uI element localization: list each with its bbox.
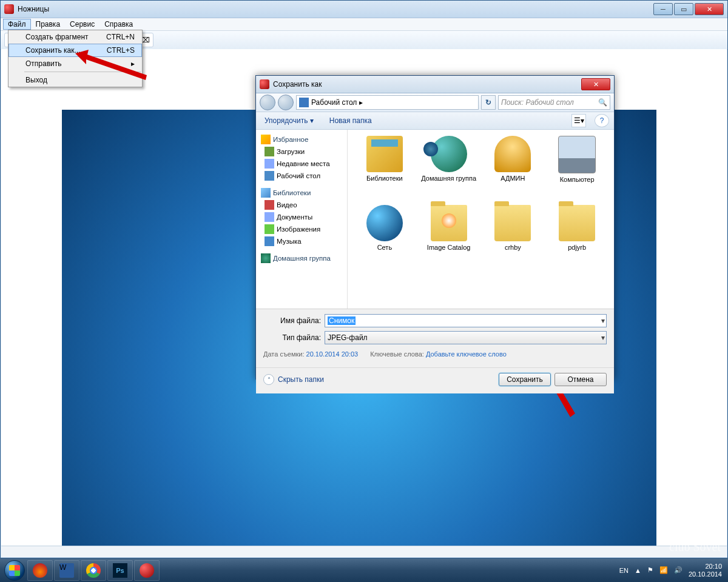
tags-value[interactable]: Добавьте ключевое слово: [426, 350, 507, 358]
nav-back-button[interactable]: [260, 95, 275, 110]
recent-icon: [265, 159, 274, 169]
tree-music[interactable]: Музыка: [256, 235, 347, 247]
user-icon: [494, 136, 531, 172]
search-icon: 🔍: [598, 98, 607, 107]
maximize-button[interactable]: ▭: [674, 3, 693, 15]
clock-date: 20.10.2014: [689, 570, 722, 578]
tree-desktop[interactable]: Рабочий стол: [256, 170, 347, 182]
taskbar-photoshop[interactable]: Ps: [107, 560, 133, 581]
desktop-icon: [299, 98, 309, 107]
tree-downloads[interactable]: Загрузки: [256, 146, 347, 158]
item-libraries[interactable]: Библиотеки: [354, 136, 416, 202]
taskbar-snipping-tool[interactable]: [134, 560, 160, 581]
music-icon: [265, 236, 274, 246]
hide-folders-button[interactable]: ˄ Скрыть папки: [263, 374, 324, 385]
tree-documents[interactable]: Документы: [256, 211, 347, 223]
tray-flag-icon[interactable]: ▲: [635, 567, 641, 574]
titlebar[interactable]: Ножницы ─ ▭ ✕: [1, 1, 727, 18]
libraries-icon: [261, 188, 271, 198]
item-computer[interactable]: Компьютер: [546, 136, 608, 202]
close-button[interactable]: ✕: [695, 3, 724, 15]
dropdown-icon[interactable]: ▾: [601, 316, 605, 325]
taskbar-chrome[interactable]: [81, 560, 106, 581]
filename-label: Имя файла:: [263, 316, 321, 325]
status-bar: [1, 546, 727, 557]
language-indicator[interactable]: EN: [619, 567, 629, 574]
new-folder-button[interactable]: Новая папка: [326, 115, 376, 126]
firefox-icon: [33, 563, 47, 578]
clock-time: 20:10: [689, 563, 722, 570]
clock[interactable]: 20:10 20.10.2014: [689, 563, 722, 578]
dialog-titlebar[interactable]: Сохранить как ✕: [256, 76, 614, 93]
tree-homegroup[interactable]: Домашняя группа: [256, 252, 347, 264]
cancel-button[interactable]: Отмена: [554, 373, 607, 386]
taskbar-firefox[interactable]: [27, 560, 53, 581]
command-bar: Упорядочить ▾ Новая папка ☰▾ ?: [256, 112, 614, 130]
address-bar[interactable]: Рабочий стол ▸: [296, 95, 479, 110]
item-network[interactable]: Сеть: [354, 205, 416, 272]
downloads-icon: [265, 147, 274, 156]
refresh-button[interactable]: ↻: [481, 95, 496, 110]
folder-icon: [559, 205, 595, 241]
item-admin[interactable]: АДМИН: [482, 136, 544, 202]
documents-icon: [265, 212, 274, 222]
minimize-button[interactable]: ─: [653, 3, 673, 15]
images-icon: [265, 224, 274, 234]
window-title: Ножницы: [18, 5, 652, 13]
dropdown-icon[interactable]: ▾: [601, 333, 605, 342]
menu-help[interactable]: Справка: [99, 19, 138, 30]
menu-tools[interactable]: Сервис: [65, 19, 99, 30]
dialog-icon: [260, 79, 269, 89]
dialog-close-button[interactable]: ✕: [581, 78, 610, 90]
filetype-select[interactable]: JPEG-файл▾: [325, 331, 607, 344]
tree-favorites[interactable]: Избранное: [256, 133, 347, 146]
star-icon: [261, 135, 271, 144]
menu-item-accel: CTRL+N: [106, 33, 135, 41]
menu-bar: Файл Правка Сервис Справка: [1, 18, 727, 31]
item-image-catalog[interactable]: Image Catalog: [418, 205, 480, 272]
menu-item-label: Выход: [25, 76, 47, 84]
search-input[interactable]: Поиск: Рабочий стол 🔍: [498, 95, 610, 110]
dialog-title: Сохранить как: [273, 80, 581, 89]
menu-file[interactable]: Файл: [3, 19, 31, 30]
organize-button[interactable]: Упорядочить ▾: [261, 115, 317, 126]
network-icon: [366, 205, 403, 241]
save-button[interactable]: Сохранить: [499, 373, 551, 386]
app-icon: [4, 4, 14, 14]
video-icon: [265, 200, 274, 210]
nav-forward-button[interactable]: [278, 95, 294, 110]
tray-action-center-icon[interactable]: ⚑: [647, 566, 653, 574]
help-button[interactable]: ?: [595, 114, 609, 127]
taskbar-word[interactable]: W: [54, 560, 79, 581]
libraries-icon: [366, 136, 403, 172]
tree-libraries[interactable]: Библиотеки: [256, 187, 347, 199]
menu-item-new[interactable]: Создать фрагмент CTRL+N: [8, 30, 142, 44]
save-as-dialog: Сохранить как ✕ Рабочий стол ▸ ↻ Поиск: …: [255, 75, 615, 380]
item-homegroup[interactable]: Домашняя группа: [418, 136, 480, 202]
save-form: Имя файла: Снимок▾ Тип файла: JPEG-файл▾…: [256, 309, 614, 367]
item-folder-pdjyrb[interactable]: pdjyrb: [546, 205, 608, 272]
start-button[interactable]: [2, 558, 27, 582]
system-tray: EN ▲ ⚑ 📶 🔊 20:10 20.10.2014: [619, 563, 726, 578]
menu-item-label: Создать фрагмент: [25, 33, 89, 41]
filename-input[interactable]: Снимок▾: [325, 314, 607, 327]
view-options-button[interactable]: ☰▾: [571, 114, 586, 127]
menu-edit[interactable]: Правка: [31, 19, 66, 30]
annotation-arrow-icon: [70, 48, 149, 85]
chrome-icon: [86, 563, 101, 578]
tray-network-icon[interactable]: 📶: [659, 566, 668, 574]
windows-orb-icon: [4, 560, 25, 581]
item-folder-crhby[interactable]: crhby: [482, 205, 544, 272]
date-taken-value[interactable]: 20.10.2014 20:03: [306, 350, 359, 358]
nav-tree: Избранное Загрузки Недавние места Рабочи…: [256, 130, 348, 309]
filetype-label: Тип файла:: [263, 333, 321, 342]
tree-video[interactable]: Видео: [256, 199, 347, 211]
tree-images[interactable]: Изображения: [256, 223, 347, 235]
homegroup-icon: [431, 136, 467, 172]
date-taken-label: Дата съемки:: [263, 350, 304, 358]
file-view[interactable]: Библиотеки Домашняя группа АДМИН Компьют…: [348, 130, 614, 309]
tree-recent[interactable]: Недавние места: [256, 158, 347, 170]
folder-icon: [431, 205, 467, 241]
dialog-actions: ˄ Скрыть папки Сохранить Отмена: [256, 367, 614, 393]
tray-volume-icon[interactable]: 🔊: [674, 566, 682, 574]
